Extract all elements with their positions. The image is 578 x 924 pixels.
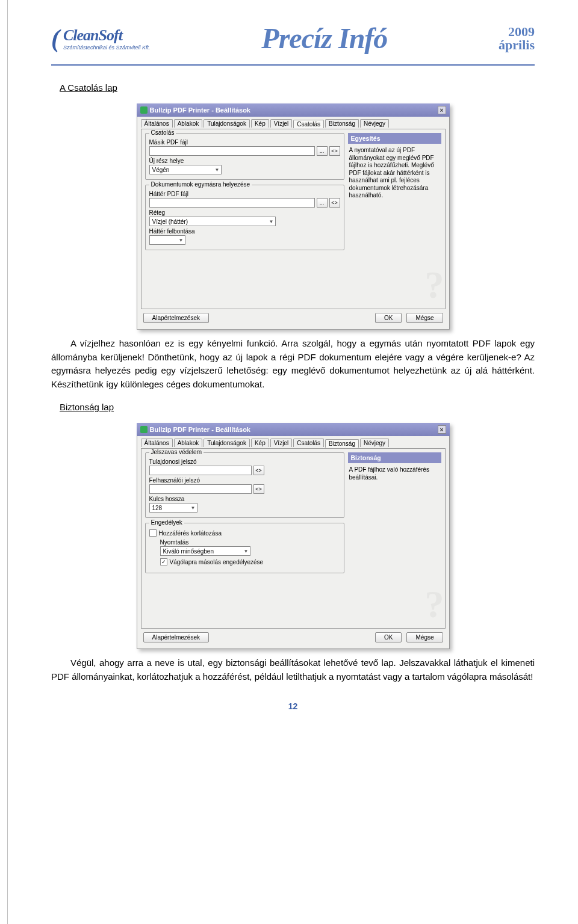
tab-tulajdonsagok[interactable]: Tulajdonságok (204, 119, 250, 128)
input-masik-pdf[interactable] (149, 146, 315, 156)
logo-text-small: Számítástechnikai és Számviteli Kft. (63, 45, 151, 51)
section-heading-csatolas: A Csatolás lap (60, 82, 535, 93)
tab-ablakok[interactable]: Ablakok (174, 439, 203, 447)
checkbox-vagolap[interactable]: ✓ Vágólapra másolás engedélyezése (160, 558, 340, 565)
tab-kep[interactable]: Kép (251, 119, 269, 128)
chevron-down-icon: ▼ (191, 505, 196, 511)
label-hatter-felbontas: Háttér felbontása (149, 228, 340, 235)
tab-tulajdonsagok[interactable]: Tulajdonságok (204, 439, 250, 447)
chevron-down-icon: ▼ (244, 549, 249, 554)
input-owner-password[interactable] (149, 466, 252, 475)
doc-date: 2009 április (499, 25, 535, 52)
label-nyomtatas: Nyomtatás (160, 539, 340, 546)
group-egymasra: Dokumentumok egymásra helyezése Háttér P… (145, 185, 344, 250)
dialog-title: Bullzip PDF Printer - Beállítások (150, 106, 250, 114)
checkbox-icon (149, 529, 157, 537)
tab-vizjel[interactable]: Vízjel (270, 439, 292, 447)
dropdown-nyomtatas[interactable]: Kiváló minőségben ▼ (160, 546, 250, 556)
ok-button[interactable]: OK (375, 313, 402, 323)
tab-csatolas[interactable]: Csatolás (293, 439, 324, 447)
section-heading-biztonsag: Biztonság lap (60, 402, 535, 412)
macro-button[interactable]: <> (329, 198, 340, 208)
titlebar: Bullzip PDF Printer - Beállítások × (137, 423, 450, 436)
paragraph-csatolas: A vízjelhez hasonlóan ez is egy kényelmi… (51, 337, 535, 391)
label-masik-pdf: Másik PDF fájl (149, 139, 340, 146)
checkbox-label: Vágólapra másolás engedélyezése (170, 559, 264, 565)
doc-year: 2009 (499, 25, 535, 38)
titlebar: Bullzip PDF Printer - Beállítások × (137, 103, 450, 117)
tab-nevjegy[interactable]: Névjegy (360, 119, 389, 128)
group-jelszavas: Jelszavas védelem Tulajdonosi jelszó <> … (145, 452, 344, 518)
side-help-text: A nyomtatóval az új PDF állományokat egy… (348, 144, 441, 203)
cancel-button[interactable]: Mégse (406, 632, 443, 642)
label-kulcs: Kulcs hossza (149, 496, 340, 502)
checkbox-label: Hozzáférés korlátozása (159, 530, 222, 537)
label-felhasznaloi: Felhasználói jelszó (149, 477, 340, 484)
side-help-text: A PDF fájlhoz való hozzáférés beállítása… (348, 463, 441, 484)
logo-mark-icon: ( (51, 24, 60, 53)
ok-button[interactable]: OK (375, 632, 402, 642)
dropdown-reteg[interactable]: Vízjel (háttér) ▼ (149, 217, 276, 226)
close-button[interactable]: × (438, 425, 446, 434)
dropdown-value: 128 (152, 505, 163, 511)
paragraph-biztonsag: Végül, ahogy arra a neve is utal, egy bi… (51, 656, 535, 683)
tab-vizjel[interactable]: Vízjel (270, 119, 292, 128)
group-title: Engedélyek (149, 519, 184, 526)
logo-text-big: CleanSoft (63, 26, 151, 45)
chevron-down-icon: ▼ (215, 167, 220, 173)
macro-button[interactable]: <> (253, 466, 264, 475)
label-tulajdonosi: Tulajdonosi jelszó (149, 458, 340, 465)
tab-nevjegy[interactable]: Névjegy (360, 439, 389, 447)
defaults-button[interactable]: Alapértelmezések (143, 313, 209, 323)
tab-ablakok[interactable]: Ablakok (174, 119, 203, 128)
tab-csatolas[interactable]: Csatolás (293, 120, 324, 128)
app-icon (140, 106, 148, 114)
side-header: Biztonság (348, 452, 441, 463)
label-ujresz: Új rész helye (149, 158, 340, 164)
dropdown-keylength[interactable]: 128 ▼ (149, 503, 197, 513)
group-engedelyek: Engedélyek Hozzáférés korlátozása Nyomta… (145, 523, 344, 573)
app-icon (140, 426, 148, 433)
browse-button[interactable]: ... (317, 198, 328, 208)
label-hatter-pdf: Háttér PDF fájl (149, 191, 340, 197)
checkbox-hozzaferes[interactable]: Hozzáférés korlátozása (149, 529, 340, 537)
dialog-biztonsag: Bullzip PDF Printer - Beállítások × Álta… (137, 423, 450, 649)
tab-altalanos[interactable]: Általános (141, 119, 173, 128)
dropdown-felbontas[interactable]: ▼ (149, 235, 185, 245)
group-csatolas: Csatolás Másik PDF fájl ... <> Új rész h… (145, 133, 344, 180)
tab-biztonsag[interactable]: Biztonság (325, 119, 359, 128)
side-header: Egyesítés (348, 133, 441, 144)
group-title: Jelszavas védelem (149, 449, 204, 455)
dropdown-ujresz[interactable]: Végén ▼ (149, 165, 222, 174)
label-reteg: Réteg (149, 209, 340, 216)
page-header: ( CleanSoft Számítástechnikai és Számvit… (51, 22, 535, 66)
dropdown-value: Végén (152, 167, 170, 173)
cancel-button[interactable]: Mégse (406, 313, 443, 323)
browse-button[interactable]: ... (317, 146, 328, 156)
dropdown-value: Vízjel (háttér) (152, 218, 188, 225)
dialog-title: Bullzip PDF Printer - Beállítások (150, 426, 250, 433)
dropdown-value: Kiváló minőségben (163, 548, 214, 555)
input-user-password[interactable] (149, 484, 252, 494)
group-title: Dokumentumok egymásra helyezése (149, 181, 252, 188)
macro-button[interactable]: <> (329, 146, 340, 156)
checkbox-icon: ✓ (160, 558, 167, 565)
tab-biztonsag[interactable]: Biztonság (325, 439, 359, 448)
tab-altalanos[interactable]: Általános (141, 439, 173, 447)
chevron-down-icon: ▼ (179, 238, 184, 243)
close-button[interactable]: × (438, 106, 446, 114)
chevron-down-icon: ▼ (269, 219, 274, 224)
page-number: 12 (51, 701, 535, 711)
logo-cleansoft: ( CleanSoft Számítástechnikai és Számvit… (51, 24, 151, 53)
defaults-button[interactable]: Alapértelmezések (143, 632, 209, 642)
doc-title: Precíz Infó (261, 22, 387, 55)
tab-kep[interactable]: Kép (251, 439, 269, 447)
dialog-csatolas: Bullzip PDF Printer - Beállítások × Álta… (137, 103, 450, 330)
doc-month: április (499, 38, 535, 52)
input-hatter-pdf[interactable] (149, 198, 315, 208)
group-title: Csatolás (149, 129, 176, 136)
macro-button[interactable]: <> (253, 484, 264, 494)
